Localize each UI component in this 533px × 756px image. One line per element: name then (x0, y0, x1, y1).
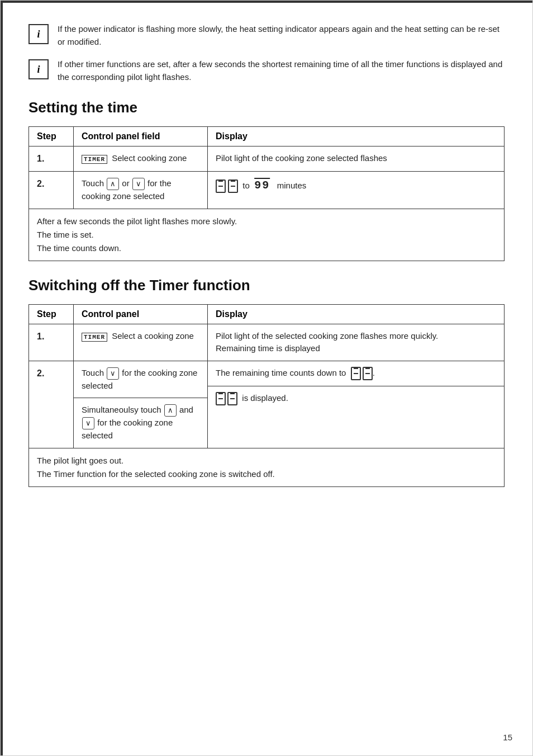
col-display-2: Display (208, 304, 505, 324)
s2-step-2-control: Touch ∨ for the cooking zone selected Si… (74, 361, 208, 448)
seg-d2 (363, 367, 373, 380)
seg-d3 (216, 392, 226, 405)
s2-step-1-control: TIMER Select a cooking zone (74, 324, 208, 361)
up-button: ∧ (107, 178, 119, 190)
col-display-1: Display (208, 127, 505, 147)
seg-zero-2 (228, 179, 238, 193)
s2-step-2-display: The remaining time counts down to . is d… (208, 361, 505, 448)
info-icon-1: i (28, 24, 49, 44)
down-button: ∨ (132, 178, 145, 190)
section2-title: Switching off the Timer function (28, 277, 505, 294)
display-99: 99 (254, 179, 270, 192)
table-row: 1. TIMER Select a cooking zone Pilot lig… (29, 324, 505, 361)
section1-note-row: After a few seconds the pilot light flas… (29, 209, 505, 261)
section2-note-row: The pilot light goes out. The Timer func… (29, 448, 505, 486)
section1-table: Step Control panel field Display 1. TIME… (28, 126, 505, 261)
s2-step-1-display: Pilot light of the selected cooking zone… (208, 324, 505, 361)
seg-d1 (351, 367, 361, 380)
step-1-num: 1. (29, 147, 74, 172)
col-control-2: Control panel (74, 304, 208, 324)
table-row: 2. Touch ∨ for the cooking zone selected… (29, 361, 505, 448)
up-button-2: ∧ (164, 404, 177, 417)
s2-step-1-num: 1. (29, 324, 74, 361)
section2-note: The pilot light goes out. The Timer func… (29, 448, 505, 486)
seg-d4 (227, 392, 237, 405)
seg-zero-1 (216, 179, 226, 193)
step-1-display: Pilot light of the cooking zone selected… (208, 147, 505, 172)
step-1-control: TIMER Select cooking zone (74, 147, 208, 172)
page: i If the power indicator is flashing mor… (0, 0, 533, 756)
table-row: 2. Touch ∧ or ∨ for the cooking zone sel… (29, 172, 505, 209)
down-button-2: ∨ (107, 367, 119, 380)
section1-note: After a few seconds the pilot light flas… (29, 209, 505, 261)
info-text-2: If other timer functions are set, after … (58, 58, 505, 83)
info-block-1: i If the power indicator is flashing mor… (28, 23, 505, 48)
timer-label-2: TIMER (82, 333, 107, 342)
page-number: 15 (503, 733, 512, 742)
down-button-3: ∨ (82, 417, 94, 429)
s2-step-2-num: 2. (29, 361, 74, 448)
info-icon-2: i (28, 59, 49, 79)
info-text-1: If the power indicator is flashing more … (58, 23, 505, 48)
step-2-control: Touch ∧ or ∨ for the cooking zone select… (74, 172, 208, 209)
info-block-2: i If other timer functions are set, afte… (28, 58, 505, 83)
timer-label-1: TIMER (82, 155, 107, 164)
col-control-field-1: Control panel field (74, 127, 208, 147)
col-step-2: Step (29, 304, 74, 324)
col-step-1: Step (29, 127, 74, 147)
section2-table: Step Control panel Display 1. TIMER Sele… (28, 304, 505, 487)
step-2-display: to 99 minutes (208, 172, 505, 209)
table-row: 1. TIMER Select cooking zone Pilot light… (29, 147, 505, 172)
step-2-num: 2. (29, 172, 74, 209)
section1-title: Setting the time (28, 99, 505, 116)
